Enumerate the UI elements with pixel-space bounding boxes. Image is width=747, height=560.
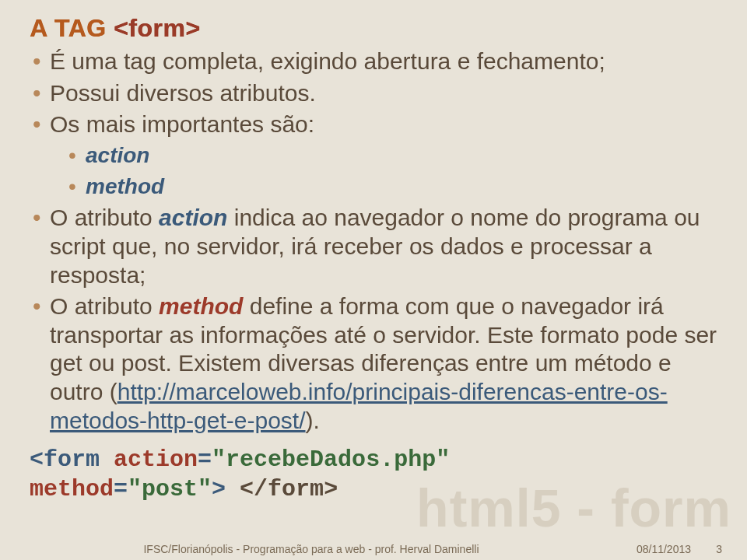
slide-title: A TAG <form>	[30, 14, 717, 43]
bullet-1: É uma tag completa, exigindo abertura e …	[30, 47, 717, 76]
title-word-tag: TAG	[54, 14, 107, 42]
bullet-list: É uma tag completa, exigindo abertura e …	[30, 47, 717, 435]
sub-method: method	[50, 172, 717, 201]
code-gt: >	[212, 476, 226, 502]
code-sp2	[226, 476, 240, 502]
sub-action: action	[50, 141, 717, 170]
bullet-5a: O atributo	[50, 293, 159, 319]
code-sp1	[100, 446, 114, 473]
code-eq2: =	[114, 476, 128, 502]
sub-action-label: action	[86, 143, 149, 167]
title-word-a: A	[30, 14, 47, 42]
footer: IFSC/Florianópolis - Programação para a …	[0, 543, 747, 555]
slide: A TAG <form> É uma tag completa, exigind…	[0, 0, 747, 504]
code-val-method: "post"	[128, 476, 212, 502]
bullet-5c: ).	[306, 408, 320, 433]
bullet-3: Os mais importantes são: action method	[30, 110, 717, 201]
bullet-4: O atributo action indica ao navegador o …	[30, 204, 717, 289]
sub-method-label: method	[86, 174, 164, 198]
footer-page: 3	[691, 543, 722, 555]
code-val-action: "recebeDados.php"	[212, 446, 450, 473]
bullet-2: Possui diversos atributos.	[30, 79, 717, 108]
bullet-5-method: method	[159, 293, 243, 319]
bullet-4-action: action	[159, 205, 227, 230]
title-word-form: <form>	[114, 14, 200, 42]
code-tag1: form	[44, 446, 100, 473]
code-attr-method: method	[30, 476, 114, 502]
bullet-3-text: Os mais importantes são:	[50, 111, 314, 137]
code-example: <form action="recebeDados.php" method="p…	[30, 446, 717, 504]
code-close: </form>	[240, 476, 338, 502]
code-attr-action: action	[114, 446, 198, 473]
code-lt1: <	[30, 446, 44, 473]
bullet-5-link[interactable]: http://marceloweb.info/principais-difere…	[50, 379, 668, 433]
footer-center: IFSC/Florianópolis - Programação para a …	[25, 543, 598, 555]
sub-list: action method	[50, 141, 717, 201]
bullet-5: O atributo method define a forma com que…	[30, 292, 717, 435]
bullet-4a: O atributo	[50, 205, 159, 230]
footer-date: 08/11/2013	[598, 543, 691, 555]
code-eq1: =	[198, 446, 212, 473]
